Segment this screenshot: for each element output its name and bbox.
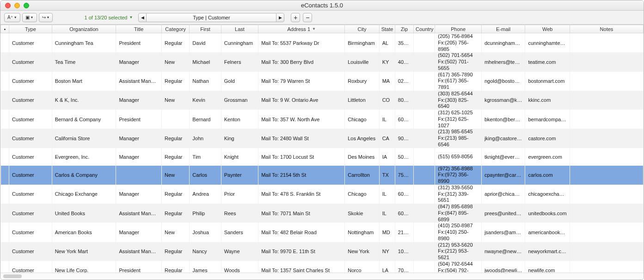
cell-cat: Regular <box>161 72 189 91</box>
cell-addr: Mail To: 2154 5th St <box>258 166 345 185</box>
cell-email: nwayne@newyorkmart.com <box>481 242 525 261</box>
col-notes[interactable]: Notes <box>570 25 643 33</box>
cell-email: ngold@bostonmart.com <box>481 72 525 91</box>
table-row[interactable]: CustomerAmerican BooksManagerNewJoshuaSa… <box>1 223 644 242</box>
selection-text: 1 of 13/20 selected <box>84 15 127 20</box>
cell-addr: Mail To: 300 Berry Blvd <box>258 52 345 71</box>
table-row[interactable]: CustomerBoston MartAssistant ManagerRegu… <box>1 72 644 91</box>
cell-addr: Mail To: 9970 E. 11th St <box>258 242 345 261</box>
col-state[interactable]: State <box>379 25 395 33</box>
nav-next-button[interactable]: ▶ <box>276 13 284 22</box>
col-category[interactable]: Category <box>161 25 189 33</box>
col-city[interactable]: City <box>345 25 379 33</box>
filter-breadcrumb[interactable]: Type | Customer <box>147 13 276 22</box>
horizontal-scrollbar[interactable] <box>3 274 22 278</box>
nav-prev-button[interactable]: ◀ <box>138 13 147 22</box>
remove-record-button[interactable]: − <box>303 13 312 22</box>
cell-web: carlos.com <box>525 166 570 185</box>
cell-cat: Regular <box>161 148 189 166</box>
table-row[interactable]: CustomerBernard & CompanyPresidentBernar… <box>1 110 644 129</box>
cell-phone: (205) 756-8984Fx:(205) 756-8985 <box>435 33 482 53</box>
table-row[interactable]: CustomerNew Life Corp.PresidentRegularJa… <box>1 261 644 273</box>
col-phone[interactable]: Phone <box>435 25 482 33</box>
cell-notes <box>570 129 643 148</box>
cell-notes <box>570 148 643 166</box>
cell-org: Chicago Exchange <box>52 185 116 204</box>
cell-title: President <box>116 261 162 273</box>
col-country[interactable]: Country <box>414 25 435 33</box>
cell-web: chicagoexchange.com <box>525 185 570 204</box>
cell-state: NY <box>379 242 395 261</box>
cell-email: tknight@evergreeninc.com <box>481 148 525 166</box>
cell-type: Customer <box>9 110 52 129</box>
cell-zip: 40201 <box>395 52 413 71</box>
cell-type: Customer <box>9 166 52 185</box>
cell-title: Manager <box>116 91 162 110</box>
selection-indicator[interactable]: 1 of 13/20 selected ▼ <box>84 15 133 20</box>
cell-web: americanbooks.com <box>525 223 570 242</box>
cell-city: Des Moines <box>345 148 379 166</box>
cell-marker <box>1 223 9 242</box>
cell-city: Chicago <box>345 185 379 204</box>
cell-org: New York Mart <box>52 242 116 261</box>
cell-last: Sanders <box>221 223 258 242</box>
table-row[interactable]: CustomerTea TimeManagerNewMichaelFelners… <box>1 52 644 71</box>
col-organization[interactable]: Organization <box>52 25 116 33</box>
cell-zip: 75006 <box>395 166 413 185</box>
add-record-button[interactable]: + <box>291 13 300 22</box>
cell-notes <box>570 110 643 129</box>
cell-last: Kenton <box>221 110 258 129</box>
cell-first: Carlos <box>190 166 221 185</box>
cell-email: cpaynter@carlos.com <box>481 166 525 185</box>
table-row[interactable]: CustomerCunningham TeaPresidentRegularDa… <box>1 33 644 53</box>
cell-marker <box>1 129 9 148</box>
table-row[interactable]: CustomerCarlos & CompanyNewCarlosPaynter… <box>1 166 644 185</box>
cell-last: Rees <box>221 204 258 223</box>
cell-city: Skokie <box>345 204 379 223</box>
cell-phone: (303) 825-6544Fx:(303) 825-6540 <box>435 91 482 110</box>
cell-type: Customer <box>9 185 52 204</box>
col-marker[interactable]: • <box>1 25 9 33</box>
cell-type: Customer <box>9 33 52 53</box>
cell-country <box>414 52 435 71</box>
layout-button[interactable]: ▣▼ <box>22 13 37 22</box>
cell-marker <box>1 52 9 71</box>
col-first[interactable]: First <box>190 25 221 33</box>
table-row[interactable]: CustomerNew York MartAssistant ManagerRe… <box>1 242 644 261</box>
close-window-button[interactable] <box>5 3 11 8</box>
table-row[interactable]: CustomerCalifornia StoreManagerRegularJo… <box>1 129 644 148</box>
cell-city: Carrollton <box>345 166 379 185</box>
cell-last: Knight <box>221 148 258 166</box>
table-row[interactable]: CustomerUnited BooksAssistant ManagerReg… <box>1 204 644 223</box>
cell-marker <box>1 166 9 185</box>
cell-addr: Mail To: 1700 Locust St <box>258 148 345 166</box>
cell-notes <box>570 33 643 53</box>
export-button[interactable]: ↪▼ <box>39 13 53 22</box>
table-container[interactable]: • Type Organization Title Category First… <box>0 25 644 273</box>
col-last[interactable]: Last <box>221 25 258 33</box>
cell-addr: Mail To: 2480 Wall St <box>258 129 345 148</box>
col-web[interactable]: Web <box>525 25 570 33</box>
minimize-window-button[interactable] <box>14 3 20 8</box>
table-row[interactable]: CustomerK & K, Inc.ManagerNewKevinGrossm… <box>1 91 644 110</box>
cell-addr: Mail To: 79 Warren St <box>258 72 345 91</box>
col-zip[interactable]: Zip <box>395 25 413 33</box>
cell-email: kgrossman@kkinc.com <box>481 91 525 110</box>
cell-first: Joshua <box>190 223 221 242</box>
col-email[interactable]: E-mail <box>481 25 525 33</box>
cell-state: CA <box>379 129 395 148</box>
col-type[interactable]: Type <box>9 25 52 33</box>
col-address1[interactable]: Address 1▼ <box>258 25 345 33</box>
cell-country <box>414 261 435 273</box>
col-title[interactable]: Title <box>116 25 162 33</box>
table-row[interactable]: CustomerChicago ExchangeManagerRegularAn… <box>1 185 644 204</box>
cell-title: Manager <box>116 129 162 148</box>
cell-country <box>414 185 435 204</box>
cell-first: John <box>190 129 221 148</box>
zoom-window-button[interactable] <box>24 3 29 8</box>
cell-city: Nottingham <box>345 223 379 242</box>
cell-email: mhelners@teatime.com <box>481 52 525 71</box>
table-row[interactable]: CustomerEvergreen, Inc.ManagerRegularTim… <box>1 148 644 166</box>
cell-phone: (847) 895-6898Fx:(847) 895-6899 <box>435 204 482 223</box>
font-size-button[interactable]: A⁺▼ <box>4 13 20 22</box>
